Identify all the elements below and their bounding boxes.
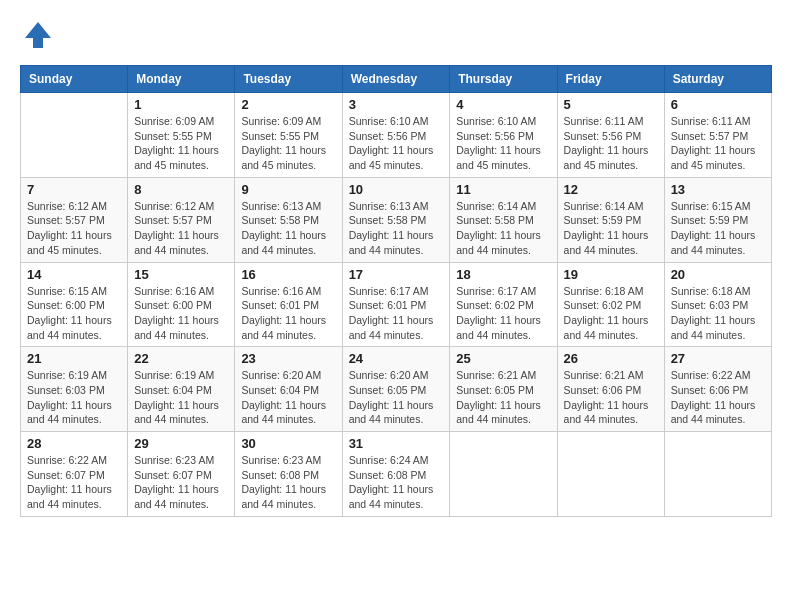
calendar-cell: 18Sunrise: 6:17 AM Sunset: 6:02 PM Dayli… xyxy=(450,262,557,347)
day-info: Sunrise: 6:18 AM Sunset: 6:03 PM Dayligh… xyxy=(671,284,765,343)
calendar-day-header: Sunday xyxy=(21,66,128,93)
calendar-cell: 24Sunrise: 6:20 AM Sunset: 6:05 PM Dayli… xyxy=(342,347,450,432)
day-number: 15 xyxy=(134,267,228,282)
calendar-cell: 26Sunrise: 6:21 AM Sunset: 6:06 PM Dayli… xyxy=(557,347,664,432)
day-info: Sunrise: 6:15 AM Sunset: 6:00 PM Dayligh… xyxy=(27,284,121,343)
day-info: Sunrise: 6:13 AM Sunset: 5:58 PM Dayligh… xyxy=(349,199,444,258)
calendar-cell xyxy=(450,432,557,517)
calendar-cell: 8Sunrise: 6:12 AM Sunset: 5:57 PM Daylig… xyxy=(128,177,235,262)
day-number: 25 xyxy=(456,351,550,366)
day-number: 1 xyxy=(134,97,228,112)
day-info: Sunrise: 6:10 AM Sunset: 5:56 PM Dayligh… xyxy=(456,114,550,173)
day-number: 2 xyxy=(241,97,335,112)
day-info: Sunrise: 6:22 AM Sunset: 6:07 PM Dayligh… xyxy=(27,453,121,512)
calendar-cell: 20Sunrise: 6:18 AM Sunset: 6:03 PM Dayli… xyxy=(664,262,771,347)
day-info: Sunrise: 6:16 AM Sunset: 6:01 PM Dayligh… xyxy=(241,284,335,343)
day-number: 7 xyxy=(27,182,121,197)
calendar-cell: 29Sunrise: 6:23 AM Sunset: 6:07 PM Dayli… xyxy=(128,432,235,517)
day-number: 11 xyxy=(456,182,550,197)
calendar-day-header: Thursday xyxy=(450,66,557,93)
calendar-cell xyxy=(557,432,664,517)
calendar-cell: 6Sunrise: 6:11 AM Sunset: 5:57 PM Daylig… xyxy=(664,93,771,178)
calendar-week-row: 14Sunrise: 6:15 AM Sunset: 6:00 PM Dayli… xyxy=(21,262,772,347)
day-number: 30 xyxy=(241,436,335,451)
day-info: Sunrise: 6:12 AM Sunset: 5:57 PM Dayligh… xyxy=(27,199,121,258)
day-number: 20 xyxy=(671,267,765,282)
day-info: Sunrise: 6:17 AM Sunset: 6:01 PM Dayligh… xyxy=(349,284,444,343)
day-number: 22 xyxy=(134,351,228,366)
day-info: Sunrise: 6:11 AM Sunset: 5:56 PM Dayligh… xyxy=(564,114,658,173)
day-info: Sunrise: 6:23 AM Sunset: 6:07 PM Dayligh… xyxy=(134,453,228,512)
day-info: Sunrise: 6:19 AM Sunset: 6:03 PM Dayligh… xyxy=(27,368,121,427)
calendar-cell: 7Sunrise: 6:12 AM Sunset: 5:57 PM Daylig… xyxy=(21,177,128,262)
calendar-cell: 31Sunrise: 6:24 AM Sunset: 6:08 PM Dayli… xyxy=(342,432,450,517)
day-info: Sunrise: 6:17 AM Sunset: 6:02 PM Dayligh… xyxy=(456,284,550,343)
day-number: 12 xyxy=(564,182,658,197)
day-info: Sunrise: 6:15 AM Sunset: 5:59 PM Dayligh… xyxy=(671,199,765,258)
day-number: 14 xyxy=(27,267,121,282)
day-number: 4 xyxy=(456,97,550,112)
day-info: Sunrise: 6:13 AM Sunset: 5:58 PM Dayligh… xyxy=(241,199,335,258)
calendar-week-row: 28Sunrise: 6:22 AM Sunset: 6:07 PM Dayli… xyxy=(21,432,772,517)
calendar-cell: 10Sunrise: 6:13 AM Sunset: 5:58 PM Dayli… xyxy=(342,177,450,262)
calendar-table: SundayMondayTuesdayWednesdayThursdayFrid… xyxy=(20,65,772,517)
day-number: 19 xyxy=(564,267,658,282)
calendar-cell: 11Sunrise: 6:14 AM Sunset: 5:58 PM Dayli… xyxy=(450,177,557,262)
calendar-cell: 22Sunrise: 6:19 AM Sunset: 6:04 PM Dayli… xyxy=(128,347,235,432)
calendar-day-header: Tuesday xyxy=(235,66,342,93)
day-number: 8 xyxy=(134,182,228,197)
calendar-cell: 4Sunrise: 6:10 AM Sunset: 5:56 PM Daylig… xyxy=(450,93,557,178)
calendar-day-header: Saturday xyxy=(664,66,771,93)
day-number: 23 xyxy=(241,351,335,366)
day-number: 3 xyxy=(349,97,444,112)
day-info: Sunrise: 6:16 AM Sunset: 6:00 PM Dayligh… xyxy=(134,284,228,343)
day-number: 27 xyxy=(671,351,765,366)
calendar-week-row: 1Sunrise: 6:09 AM Sunset: 5:55 PM Daylig… xyxy=(21,93,772,178)
day-number: 29 xyxy=(134,436,228,451)
calendar-day-header: Wednesday xyxy=(342,66,450,93)
day-info: Sunrise: 6:24 AM Sunset: 6:08 PM Dayligh… xyxy=(349,453,444,512)
calendar-cell: 27Sunrise: 6:22 AM Sunset: 6:06 PM Dayli… xyxy=(664,347,771,432)
calendar-cell xyxy=(21,93,128,178)
day-info: Sunrise: 6:22 AM Sunset: 6:06 PM Dayligh… xyxy=(671,368,765,427)
calendar-cell: 15Sunrise: 6:16 AM Sunset: 6:00 PM Dayli… xyxy=(128,262,235,347)
day-number: 9 xyxy=(241,182,335,197)
calendar-cell: 13Sunrise: 6:15 AM Sunset: 5:59 PM Dayli… xyxy=(664,177,771,262)
day-info: Sunrise: 6:09 AM Sunset: 5:55 PM Dayligh… xyxy=(134,114,228,173)
day-info: Sunrise: 6:09 AM Sunset: 5:55 PM Dayligh… xyxy=(241,114,335,173)
day-info: Sunrise: 6:21 AM Sunset: 6:06 PM Dayligh… xyxy=(564,368,658,427)
calendar-day-header: Friday xyxy=(557,66,664,93)
day-number: 21 xyxy=(27,351,121,366)
day-info: Sunrise: 6:14 AM Sunset: 5:58 PM Dayligh… xyxy=(456,199,550,258)
day-info: Sunrise: 6:14 AM Sunset: 5:59 PM Dayligh… xyxy=(564,199,658,258)
svg-marker-0 xyxy=(25,22,51,48)
day-number: 17 xyxy=(349,267,444,282)
calendar-cell: 2Sunrise: 6:09 AM Sunset: 5:55 PM Daylig… xyxy=(235,93,342,178)
day-number: 6 xyxy=(671,97,765,112)
calendar-cell: 19Sunrise: 6:18 AM Sunset: 6:02 PM Dayli… xyxy=(557,262,664,347)
day-number: 31 xyxy=(349,436,444,451)
calendar-cell: 21Sunrise: 6:19 AM Sunset: 6:03 PM Dayli… xyxy=(21,347,128,432)
calendar-cell: 16Sunrise: 6:16 AM Sunset: 6:01 PM Dayli… xyxy=(235,262,342,347)
day-info: Sunrise: 6:21 AM Sunset: 6:05 PM Dayligh… xyxy=(456,368,550,427)
calendar-cell: 1Sunrise: 6:09 AM Sunset: 5:55 PM Daylig… xyxy=(128,93,235,178)
calendar-cell: 25Sunrise: 6:21 AM Sunset: 6:05 PM Dayli… xyxy=(450,347,557,432)
page-header xyxy=(20,20,772,55)
day-number: 26 xyxy=(564,351,658,366)
day-info: Sunrise: 6:20 AM Sunset: 6:04 PM Dayligh… xyxy=(241,368,335,427)
calendar-cell: 9Sunrise: 6:13 AM Sunset: 5:58 PM Daylig… xyxy=(235,177,342,262)
calendar-week-row: 7Sunrise: 6:12 AM Sunset: 5:57 PM Daylig… xyxy=(21,177,772,262)
calendar-cell: 3Sunrise: 6:10 AM Sunset: 5:56 PM Daylig… xyxy=(342,93,450,178)
logo xyxy=(20,20,53,55)
calendar-cell: 30Sunrise: 6:23 AM Sunset: 6:08 PM Dayli… xyxy=(235,432,342,517)
day-number: 24 xyxy=(349,351,444,366)
logo-icon xyxy=(23,20,53,50)
calendar-week-row: 21Sunrise: 6:19 AM Sunset: 6:03 PM Dayli… xyxy=(21,347,772,432)
day-info: Sunrise: 6:10 AM Sunset: 5:56 PM Dayligh… xyxy=(349,114,444,173)
day-number: 10 xyxy=(349,182,444,197)
calendar-header-row: SundayMondayTuesdayWednesdayThursdayFrid… xyxy=(21,66,772,93)
day-info: Sunrise: 6:23 AM Sunset: 6:08 PM Dayligh… xyxy=(241,453,335,512)
calendar-cell: 28Sunrise: 6:22 AM Sunset: 6:07 PM Dayli… xyxy=(21,432,128,517)
calendar-cell: 5Sunrise: 6:11 AM Sunset: 5:56 PM Daylig… xyxy=(557,93,664,178)
calendar-day-header: Monday xyxy=(128,66,235,93)
